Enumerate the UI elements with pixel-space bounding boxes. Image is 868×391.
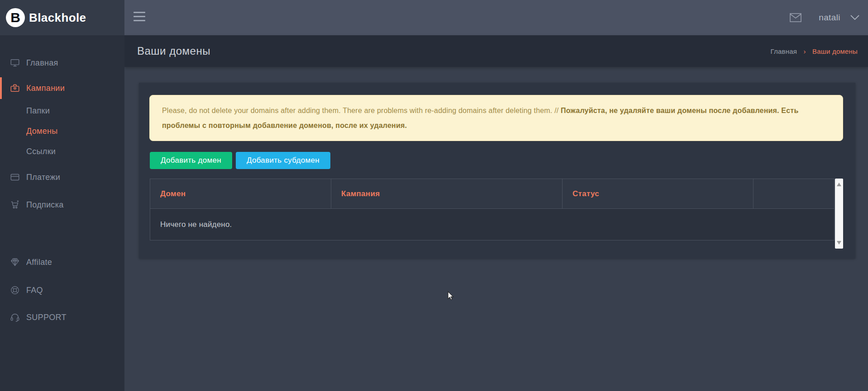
sidebar-item-faq[interactable]: FAQ bbox=[0, 278, 124, 303]
headset-icon bbox=[10, 312, 20, 322]
page-title: Ваши домены bbox=[137, 45, 210, 57]
sidebar-item-home[interactable]: Главная bbox=[0, 50, 124, 75]
sidebar-item-label: Папки bbox=[26, 106, 50, 116]
sidebar-item-label: SUPPORT bbox=[26, 313, 67, 322]
sidebar-item-label: Affilate bbox=[26, 258, 52, 267]
sidebar: B Blackhole Главная Кампании Папки bbox=[0, 0, 124, 391]
username[interactable]: natali bbox=[819, 13, 840, 23]
add-domain-button[interactable]: Добавить домен bbox=[150, 152, 232, 169]
table-scrollbar[interactable] bbox=[835, 179, 843, 249]
sidebar-item-label: Платежи bbox=[26, 173, 60, 182]
column-header-campaign[interactable]: Кампания bbox=[331, 179, 563, 209]
title-bar: Ваши домены Главная › Ваши домены bbox=[124, 35, 868, 67]
sidebar-item-domains[interactable]: Домены bbox=[0, 121, 124, 141]
breadcrumb-separator-icon: › bbox=[803, 47, 806, 55]
mail-icon[interactable] bbox=[790, 13, 801, 22]
sidebar-item-label: Домены bbox=[26, 127, 57, 136]
life-ring-icon bbox=[10, 285, 20, 295]
table-header-row: Домен Кампания Статус bbox=[150, 179, 835, 209]
breadcrumb: Главная › Ваши домены bbox=[771, 47, 858, 55]
add-subdomain-button[interactable]: Добавить субдомен bbox=[236, 152, 330, 169]
sidebar-item-label: Главная bbox=[26, 58, 58, 68]
header-right: natali bbox=[790, 0, 859, 35]
sidebar-item-label: Ссылки bbox=[26, 147, 56, 156]
table-row: Ничего не найдено. bbox=[150, 209, 835, 240]
sidebar-item-subscription[interactable]: Подписка bbox=[0, 192, 124, 217]
sidebar-item-folders[interactable]: Папки bbox=[0, 101, 124, 121]
alert-text-en: Please, do not delete your domains after… bbox=[162, 107, 561, 114]
breadcrumb-current: Ваши домены bbox=[812, 47, 858, 55]
sidebar-item-affiliate[interactable]: Affilate bbox=[0, 250, 124, 275]
top-header: natali bbox=[124, 0, 868, 35]
cart-plus-icon bbox=[10, 200, 20, 210]
logo[interactable]: B Blackhole bbox=[0, 0, 124, 35]
action-buttons: Добавить домен Добавить субдомен bbox=[150, 152, 330, 169]
domains-table: Домен Кампания Статус Ничего не найдено. bbox=[150, 179, 835, 240]
logo-text: Blackhole bbox=[29, 11, 86, 25]
sidebar-item-links[interactable]: Ссылки bbox=[0, 141, 124, 162]
empty-table-message: Ничего не найдено. bbox=[150, 209, 835, 240]
sidebar-item-label: Кампании bbox=[26, 84, 65, 93]
monitor-icon bbox=[10, 58, 20, 68]
sidebar-item-support[interactable]: SUPPORT bbox=[0, 305, 124, 330]
warning-alert: Please, do not delete your domains after… bbox=[149, 95, 843, 141]
column-header-domain[interactable]: Домен bbox=[150, 179, 331, 209]
credit-card-icon bbox=[10, 172, 20, 182]
chevron-down-icon[interactable] bbox=[850, 15, 859, 20]
briefcase-icon bbox=[10, 83, 20, 93]
sidebar-item-label: FAQ bbox=[26, 286, 43, 295]
scroll-up-icon[interactable] bbox=[837, 183, 841, 186]
breadcrumb-home[interactable]: Главная bbox=[771, 47, 797, 55]
sidebar-item-campaigns[interactable]: Кампании bbox=[0, 75, 124, 101]
logo-icon: B bbox=[6, 8, 25, 27]
hamburger-menu-icon[interactable] bbox=[134, 12, 145, 24]
domains-panel: Please, do not delete your domains after… bbox=[139, 83, 855, 259]
column-header-status[interactable]: Статус bbox=[563, 179, 754, 209]
sidebar-item-label: Подписка bbox=[26, 200, 64, 210]
main-content: Please, do not delete your domains after… bbox=[124, 67, 868, 391]
scroll-down-icon[interactable] bbox=[837, 241, 841, 245]
domains-table-wrapper: Домен Кампания Статус Ничего не найдено. bbox=[150, 179, 843, 249]
sidebar-item-payments[interactable]: Платежи bbox=[0, 165, 124, 190]
sidebar-nav: Главная Кампании Папки Домены Ссылки bbox=[0, 35, 124, 330]
column-header-actions bbox=[754, 179, 835, 209]
gem-icon bbox=[10, 257, 20, 267]
